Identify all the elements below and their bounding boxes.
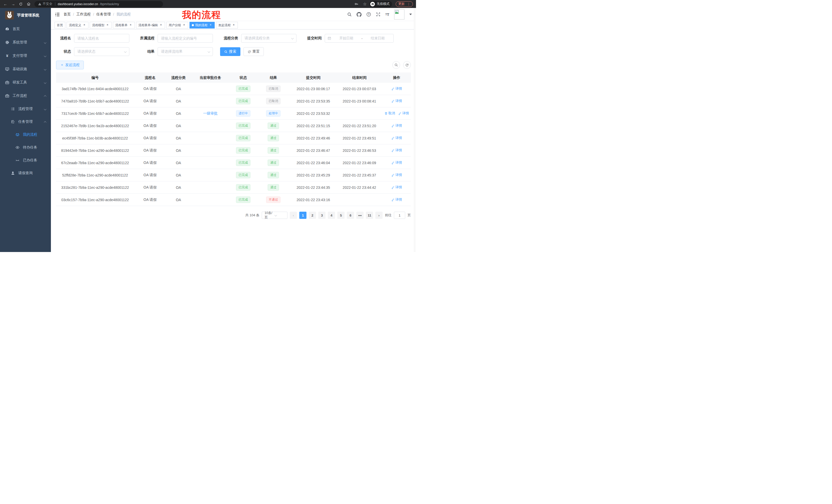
tab-item[interactable]: 用户分组× bbox=[166, 22, 188, 29]
tab-item[interactable]: 流程表单× bbox=[113, 22, 135, 29]
browser-menu-icon[interactable]: ⋮ bbox=[407, 2, 410, 6]
avatar[interactable] bbox=[394, 9, 405, 20]
font-size-icon[interactable]: TT bbox=[385, 12, 389, 17]
goto-label: 前往 bbox=[385, 213, 392, 218]
edit-icon bbox=[391, 198, 395, 201]
page-number-button[interactable]: 3 bbox=[318, 212, 326, 219]
page-number-button[interactable]: 4 bbox=[328, 212, 335, 219]
page: ← → 不安全 dashboard.yudao.iocoder.cn/bpm/t… bbox=[0, 0, 416, 252]
sidebar-item[interactable]: 待办任务 bbox=[0, 141, 51, 154]
action-detail-link[interactable]: 详情 bbox=[391, 148, 402, 152]
tab-item[interactable]: 首页 bbox=[54, 22, 65, 29]
action-detail-link[interactable]: 详情 bbox=[391, 86, 402, 91]
browser-forward-icon[interactable]: → bbox=[10, 1, 17, 7]
browser-reload-icon[interactable] bbox=[18, 1, 24, 7]
search-icon[interactable] bbox=[347, 12, 352, 17]
refresh-icon-button[interactable] bbox=[403, 61, 411, 69]
sidebar-item[interactable]: 已办任务 bbox=[0, 154, 51, 167]
page-title-annotation: 我的流程 bbox=[182, 9, 221, 21]
cell-end-time: 2022-01-23 00:07:03 bbox=[336, 87, 382, 91]
submit-time-range-picker[interactable]: 开始日期 - 结束日期 bbox=[325, 34, 394, 43]
sidebar-item[interactable]: 研发工具 bbox=[0, 76, 51, 89]
reset-button[interactable]: 重置 bbox=[243, 47, 264, 56]
cell-id: 2152467e-7b9b-11ec-9a1b-acde48001122 bbox=[56, 124, 134, 128]
hamburger-icon[interactable] bbox=[55, 12, 60, 17]
key-icon[interactable] bbox=[355, 2, 358, 6]
next-page-button[interactable]: › bbox=[375, 212, 383, 219]
chevron-down-icon bbox=[44, 55, 46, 57]
result-select[interactable]: 请选择流结果 bbox=[158, 47, 213, 56]
tab-item[interactable]: 流程模型× bbox=[90, 22, 111, 29]
page-number-button[interactable]: 6 bbox=[347, 212, 354, 219]
bookmark-star-icon[interactable]: ☆ bbox=[363, 2, 367, 6]
process-name-input[interactable] bbox=[74, 34, 129, 43]
process-definition-input[interactable] bbox=[158, 34, 213, 43]
action-detail-link[interactable]: 详情 bbox=[391, 160, 402, 165]
current-task-link[interactable]: 一级审批 bbox=[203, 111, 217, 115]
sidebar-item[interactable]: 首页 bbox=[0, 22, 51, 36]
process-category-select[interactable]: 请选择流程分类 bbox=[241, 34, 296, 43]
action-label: 详情 bbox=[395, 86, 402, 91]
column-header: 操作 bbox=[383, 73, 411, 83]
action-detail-link[interactable]: 详情 bbox=[391, 136, 402, 140]
show-search-icon-button[interactable] bbox=[392, 61, 400, 69]
close-icon[interactable]: × bbox=[82, 23, 86, 27]
close-icon[interactable]: × bbox=[182, 23, 186, 27]
cell-id: 03c6c157-7b9a-11ec-a290-acde48001122 bbox=[56, 198, 134, 202]
close-icon[interactable]: × bbox=[232, 23, 235, 27]
app-logo[interactable]: 芋道管理系统 bbox=[0, 8, 51, 22]
page-size-select[interactable]: 10条/页 bbox=[262, 212, 287, 219]
site-security[interactable]: 不安全 bbox=[38, 2, 52, 6]
sidebar-item[interactable]: 任务管理 bbox=[0, 115, 51, 128]
page-number-button[interactable]: 5 bbox=[337, 212, 344, 219]
sidebar-item[interactable]: 系统管理 bbox=[0, 36, 51, 49]
help-icon[interactable]: ? bbox=[366, 12, 371, 17]
close-icon[interactable]: × bbox=[159, 23, 163, 27]
github-icon[interactable] bbox=[357, 12, 362, 17]
process-category-label: 流程分类 bbox=[220, 36, 238, 40]
action-detail-link[interactable]: 详情 bbox=[391, 197, 402, 202]
fullscreen-icon[interactable] bbox=[376, 12, 381, 17]
close-icon[interactable]: × bbox=[106, 23, 109, 27]
page-number-button[interactable]: 2 bbox=[309, 212, 316, 219]
action-detail-link[interactable]: 详情 bbox=[391, 123, 402, 128]
scrollbar[interactable] bbox=[414, 8, 416, 252]
status-select[interactable]: 请选择状态 bbox=[74, 47, 129, 56]
breadcrumb-item[interactable]: 任务管理 bbox=[97, 12, 111, 17]
sidebar-item[interactable]: 基础设施 bbox=[0, 62, 51, 76]
sidebar-item-label: 系统管理 bbox=[12, 40, 27, 45]
search-button[interactable]: 搜索 bbox=[220, 47, 240, 56]
action-detail-link[interactable]: 详情 bbox=[391, 185, 402, 190]
tab-active[interactable]: 我的流程× bbox=[189, 22, 215, 29]
sidebar-item[interactable]: 我的流程 bbox=[0, 128, 51, 141]
action-detail-link[interactable]: 详情 bbox=[391, 173, 402, 177]
close-icon[interactable]: × bbox=[209, 23, 212, 27]
sidebar-item[interactable]: 流程管理 bbox=[0, 103, 51, 115]
tab-item[interactable]: 发起流程× bbox=[216, 22, 238, 29]
browser-back-icon[interactable]: ← bbox=[2, 1, 9, 7]
cell-end-time: 2022-01-22 23:46:53 bbox=[336, 148, 382, 152]
page-number-button[interactable]: ••• bbox=[356, 212, 364, 219]
breadcrumb-item[interactable]: 工作流程 bbox=[76, 12, 91, 17]
action-label: 取消 bbox=[389, 111, 395, 116]
goto-page-input[interactable] bbox=[394, 212, 405, 219]
avatar-caret-icon[interactable] bbox=[409, 13, 412, 15]
sidebar-item[interactable]: 请假查询 bbox=[0, 167, 51, 179]
tab-item[interactable]: 流程表单-编辑× bbox=[136, 22, 165, 29]
sidebar-item[interactable]: 工作流程 bbox=[0, 89, 51, 103]
start-process-button[interactable]: ＋ 发起流程 bbox=[56, 61, 84, 69]
tab-item[interactable]: 流程定义× bbox=[67, 22, 88, 29]
close-icon[interactable]: × bbox=[129, 23, 132, 27]
action-detail-link[interactable]: 详情 bbox=[398, 111, 409, 116]
page-number-button[interactable]: 11 bbox=[366, 212, 373, 219]
breadcrumb-item[interactable]: 首页 bbox=[63, 12, 71, 17]
prev-page-button[interactable]: ‹ bbox=[290, 212, 297, 219]
action-cancel-link[interactable]: 取消 bbox=[384, 111, 395, 116]
action-detail-link[interactable]: 详情 bbox=[391, 99, 402, 103]
sidebar-item[interactable]: ¥支付管理 bbox=[0, 49, 51, 62]
address-bar[interactable]: 不安全 dashboard.yudao.iocoder.cn/bpm/task/… bbox=[34, 1, 163, 7]
browser-home-icon[interactable] bbox=[25, 1, 32, 7]
status-badge: 进行中 bbox=[236, 110, 251, 117]
page-number-button[interactable]: 1 bbox=[299, 212, 307, 219]
browser-update-button[interactable]: 更新 ⋮ bbox=[396, 1, 413, 7]
